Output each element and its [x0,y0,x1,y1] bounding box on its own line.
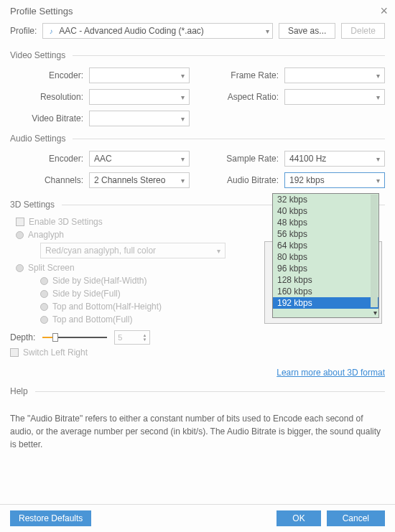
tab-half-radio [40,303,48,311]
switch-lr-label: Switch Left Right [23,347,88,358]
profile-label: Profile: [10,26,37,36]
aspect-ratio-select[interactable]: ▾ [284,89,385,105]
video-settings-header: Video Settings [10,50,65,60]
switch-lr-checkbox [10,348,19,357]
anaglyph-radio [16,231,24,239]
frame-rate-select[interactable]: ▾ [284,67,385,83]
chevron-down-icon: ▾ [376,177,380,185]
scrollbar[interactable] [371,195,378,307]
sample-rate-label: Sample Rate: [205,154,284,164]
dropdown-item[interactable]: 64 kbps [273,240,378,251]
video-bitrate-label: Video Bitrate: [10,113,89,123]
help-text: The "Audio Bitrate" refers to either a c… [10,412,385,451]
ok-button[interactable]: OK [276,510,320,526]
audio-bitrate-label: Audio Bitrate: [205,175,284,185]
chevron-down-icon: ▾ [376,72,380,80]
audio-encoder-label: Encoder: [10,154,89,164]
depth-slider[interactable] [42,332,107,342]
enable-3d-label: Enable 3D Settings [29,217,103,227]
anaglyph-label: Anaglyph [28,230,64,240]
dropdown-item[interactable]: 56 kbps [273,228,378,240]
sbs-half-label: Side by Side(Half-Width) [52,276,147,286]
depth-spinner: 5▲▼ [114,330,150,345]
profile-select[interactable]: ♪ AAC - Advanced Audio Coding (*.aac) ▾ [42,23,273,39]
frame-rate-label: Frame Rate: [205,70,284,80]
video-bitrate-select[interactable]: ▾ [89,111,190,126]
profile-value: AAC - Advanced Audio Coding (*.aac) [59,26,266,36]
enable-3d-checkbox[interactable] [16,218,24,226]
resolution-select[interactable]: ▾ [89,89,190,105]
audio-bitrate-dropdown[interactable]: 32 kbps 40 kbps 48 kbps 56 kbps 64 kbps … [272,193,379,318]
split-screen-radio [16,264,24,272]
depth-label: Depth: [10,332,35,342]
audio-format-icon: ♪ [46,26,56,36]
tab-full-label: Top and Bottom(Full) [52,314,132,325]
dropdown-item[interactable]: 40 kbps [273,205,378,217]
help-header: Help [10,386,28,396]
tab-half-label: Top and Bottom(Half-Height) [52,302,162,312]
cancel-button[interactable]: Cancel [327,510,385,526]
sbs-full-label: Side by Side(Full) [52,289,121,299]
chevron-down-icon: ▾ [181,72,185,80]
chevron-down-icon: ▾ [181,93,185,101]
chevron-down-icon: ▾ [266,27,269,35]
delete-button: Delete [341,23,385,39]
sample-rate-select[interactable]: 44100 Hz▾ [284,151,385,167]
audio-settings-header: Audio Settings [10,134,65,144]
audio-encoder-select[interactable]: AAC▾ [89,151,190,167]
chevron-down-icon: ▾ [376,155,380,163]
dropdown-item[interactable]: 192 kbps [273,297,378,309]
aspect-ratio-label: Aspect Ratio: [205,92,284,102]
dropdown-item[interactable]: 160 kbps [273,286,378,297]
split-screen-label: Split Screen [28,263,75,273]
window-title: Profile Settings [10,6,73,17]
anaglyph-mode-select: Red/cyan anaglyph, full color▾ [40,243,226,258]
chevron-down-icon: ▾ [181,115,185,123]
channels-select[interactable]: 2 Channels Stereo▾ [89,172,190,188]
resolution-label: Resolution: [10,92,89,102]
dropdown-item[interactable]: 32 kbps [273,194,378,205]
sbs-half-radio [40,277,48,285]
video-encoder-select[interactable]: ▾ [89,67,190,83]
channels-label: Channels: [10,175,89,185]
dropdown-item[interactable]: 48 kbps [273,217,378,228]
audio-bitrate-select[interactable]: 192 kbps▾ [284,172,385,188]
learn-more-link[interactable]: Learn more about 3D format [276,368,385,378]
chevron-down-icon: ▾ [217,247,220,255]
close-icon[interactable]: × [380,4,388,17]
dropdown-item[interactable]: 96 kbps [273,263,378,274]
threeD-settings-header: 3D Settings [10,200,55,210]
dropdown-item[interactable]: 80 kbps [273,251,378,263]
chevron-down-icon: ▾ [181,155,185,163]
tab-full-radio [40,316,48,324]
dropdown-item[interactable]: 128 kbps [273,274,378,286]
chevron-down-icon[interactable]: ▾ [273,309,378,317]
save-as-button[interactable]: Save as... [279,23,335,39]
chevron-down-icon: ▾ [376,93,380,101]
sbs-full-radio [40,290,48,298]
chevron-down-icon: ▾ [181,177,185,185]
restore-defaults-button[interactable]: Restore Defaults [10,510,91,526]
video-encoder-label: Encoder: [10,70,89,80]
